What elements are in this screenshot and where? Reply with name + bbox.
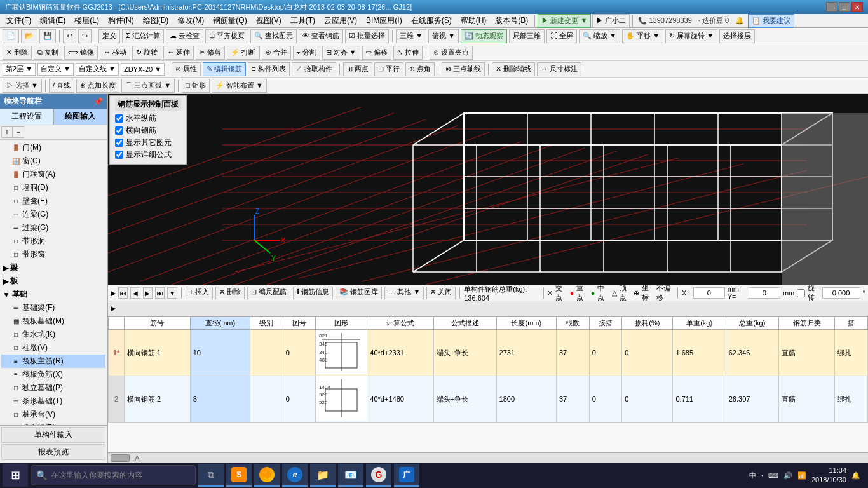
menu-modify[interactable]: 修改(M) xyxy=(173,14,208,27)
taskbar-app-mail[interactable]: 📧 xyxy=(338,464,363,487)
cb-horiz-long[interactable]: 水平纵筋 xyxy=(115,113,181,124)
nav-prev[interactable]: ◀ xyxy=(130,287,140,299)
sidebar-add-btn[interactable]: + xyxy=(1,126,13,138)
menu-floor[interactable]: 楼层(L) xyxy=(71,14,103,27)
rotate-checkbox[interactable] xyxy=(797,289,805,297)
nav-last[interactable]: ⏭ xyxy=(155,287,165,299)
tb-select[interactable]: ▷ 选择 ▼ xyxy=(3,79,42,93)
maximize-btn[interactable]: □ xyxy=(839,2,850,12)
tb-save[interactable]: 💾 xyxy=(39,29,56,43)
tb-new[interactable]: 📄 xyxy=(3,29,19,43)
tb-pan[interactable]: ✋ 平移 ▼ xyxy=(622,29,663,43)
taskbar-app-ie[interactable]: e xyxy=(282,464,308,487)
tb-del-aux[interactable]: ✕ 删除辅线 xyxy=(492,62,535,76)
tb-select-floor[interactable]: 选择楼层 xyxy=(719,29,755,43)
minimize-btn[interactable]: — xyxy=(826,2,837,12)
tb-delete[interactable]: ✕ 删除 xyxy=(3,46,32,60)
sidebar-cat-beam[interactable]: ▶ 梁 xyxy=(1,261,105,274)
tb-batch-select[interactable]: ☑ 批量选择 xyxy=(345,29,389,43)
menu-file[interactable]: 文件(F) xyxy=(3,14,35,27)
close-btn[interactable]: ✕ xyxy=(851,2,863,12)
tb-divide[interactable]: ÷ 分割 xyxy=(293,46,320,60)
tb-break[interactable]: ⚡ 打断 xyxy=(227,46,259,60)
sidebar-item-column-pier[interactable]: □ 柱墩(V) xyxy=(1,341,105,355)
tb-arc[interactable]: ⌒ 三点画弧 ▼ xyxy=(121,79,175,93)
tb-fullscreen[interactable]: ⛶ 全屏 xyxy=(546,29,577,43)
nav-rebar-lib[interactable]: 📚 钢筋图库 xyxy=(336,287,382,299)
h-scroll-thumb[interactable] xyxy=(111,454,130,462)
menu-view[interactable]: 视图(V) xyxy=(252,14,285,27)
tb-copy[interactable]: ⧉ 复制 xyxy=(34,46,62,60)
sys-volume[interactable]: 🔊 xyxy=(783,471,792,480)
taskbar-app-blue[interactable]: 广 xyxy=(394,464,419,487)
new-change-btn[interactable]: ▶ 新建变更 ▼ xyxy=(538,14,591,28)
tb-topview[interactable]: 俯视 ▼ xyxy=(428,29,459,43)
menu-element[interactable]: 构件(N) xyxy=(104,14,138,27)
sidebar-item-conn-beam[interactable]: ═ 连梁(G) xyxy=(1,208,105,221)
tb-zoom[interactable]: 🔍 缩放 ▼ xyxy=(579,29,620,43)
tb-align[interactable]: ⊟ 对齐 ▼ xyxy=(322,46,360,60)
viewport-3d[interactable]: Z X Y 钢筋显示控制面板 水平纵筋 横向钢筋 显示其它图元 xyxy=(108,94,868,285)
sidebar-item-raft-neg-rebar[interactable]: ≡ 筏板负筋(X) xyxy=(1,368,105,381)
menu-bim[interactable]: BIM应用(I) xyxy=(362,14,406,27)
tb-pt-extend[interactable]: ⊕ 点加长度 xyxy=(76,79,119,93)
linetype-selector[interactable]: 自定义线 ▼ xyxy=(76,63,119,76)
sidebar-pin[interactable]: 📌 xyxy=(93,97,103,106)
sidebar-item-isolated-found[interactable]: □ 独立基础(P) xyxy=(1,381,105,395)
menu-version[interactable]: 版本号(B) xyxy=(491,14,532,27)
nav-delete[interactable]: ✕ 删除 xyxy=(215,287,245,299)
cb-trans-rebar-input[interactable] xyxy=(115,126,123,135)
tb-dim[interactable]: ↔ 尺寸标注 xyxy=(537,62,581,76)
nav-insert[interactable]: + 插入 xyxy=(186,287,213,299)
menu-edit[interactable]: 编辑(E) xyxy=(36,14,69,27)
cb-detail-formula[interactable]: 显示详细公式 xyxy=(115,149,181,160)
nav-config-rebar[interactable]: ⊞ 编尺配筋 xyxy=(247,287,290,299)
nav-down[interactable]: ▼ xyxy=(167,287,177,299)
taskbar-app-browser1[interactable]: S xyxy=(226,464,252,487)
menu-help[interactable]: 帮助(H) xyxy=(457,14,491,27)
single-elem-input[interactable]: 单构件输入 xyxy=(1,427,105,443)
tb-merge[interactable]: ⊕ 合并 xyxy=(262,46,291,60)
taskbar-app-g[interactable]: G xyxy=(366,464,391,487)
tb-property[interactable]: ⊙ 属性 xyxy=(172,62,201,76)
rotate-input[interactable] xyxy=(822,287,860,299)
tb-smart[interactable]: ⚡ 智能布置 ▼ xyxy=(212,79,267,93)
company-btn[interactable]: ▶ 广小二 xyxy=(592,14,630,28)
tb-dynamic-view[interactable]: 🔄 动态观察 xyxy=(461,29,507,43)
taskbar-app-explorer[interactable]: 📁 xyxy=(310,464,336,487)
sidebar-item-window[interactable]: 🪟 窗(C) xyxy=(1,154,105,168)
nav-project-settings[interactable]: 工程设置 xyxy=(0,109,54,125)
tb-edit-rebar[interactable]: ✎ 编辑钢筋 xyxy=(203,62,246,76)
y-input[interactable] xyxy=(749,287,780,299)
subscribe-btn[interactable]: 📋 我要建议 xyxy=(748,14,794,28)
sidebar-item-niche[interactable]: □ 壁龛(E) xyxy=(1,194,105,208)
nav-close[interactable]: ✕ 关闭 xyxy=(426,287,456,299)
tb-line[interactable]: / 直线 xyxy=(49,79,74,93)
sidebar-cat-slab[interactable]: ▶ 板 xyxy=(1,274,105,288)
menu-rebar[interactable]: 钢筋量(Q) xyxy=(209,14,250,27)
sidebar-item-strip-window[interactable]: □ 带形窗 xyxy=(1,248,105,261)
cb-other-elem-input[interactable] xyxy=(115,139,123,147)
nav-draw-input[interactable]: 绘图输入 xyxy=(54,109,107,125)
sidebar-minus-btn[interactable]: − xyxy=(13,126,24,138)
tb-pull[interactable]: ⤡ 拉伸 xyxy=(393,46,423,60)
sidebar-item-over-beam[interactable]: ═ 过梁(G) xyxy=(1,221,105,234)
start-button[interactable]: ⊞ xyxy=(3,464,28,487)
tb-part-list[interactable]: ≡ 构件列表 xyxy=(248,62,289,76)
cb-detail-formula-input[interactable] xyxy=(115,151,123,159)
tb-open[interactable]: 📂 xyxy=(21,29,37,43)
tb-rotate[interactable]: ↻ 旋转 xyxy=(132,46,161,60)
menu-tools[interactable]: 工具(T) xyxy=(287,14,319,27)
tb-two-pt[interactable]: ⊞ 两点 xyxy=(343,62,372,76)
sidebar-item-strip-hole[interactable]: □ 带形洞 xyxy=(1,234,105,248)
notify-icon[interactable]: 🔔 xyxy=(733,17,747,25)
sidebar-item-raft-main-rebar[interactable]: ≡ 筏板主筋(R) xyxy=(1,355,105,368)
tb-define[interactable]: 定义 xyxy=(98,29,120,43)
tb-rect[interactable]: □ 矩形 xyxy=(182,79,210,93)
h-scrollbar[interactable]: Ai xyxy=(108,452,868,463)
cb-horiz-long-input[interactable] xyxy=(115,114,123,123)
menu-cloud[interactable]: 云应用(V) xyxy=(320,14,361,27)
tb-find-elem[interactable]: 🔍 查找图元 xyxy=(250,29,297,43)
tb-screen-rotate[interactable]: ↻ 屏幕旋转 ▼ xyxy=(665,29,717,43)
sidebar-item-pile-cap[interactable]: □ 桩承台(V) xyxy=(1,408,105,421)
